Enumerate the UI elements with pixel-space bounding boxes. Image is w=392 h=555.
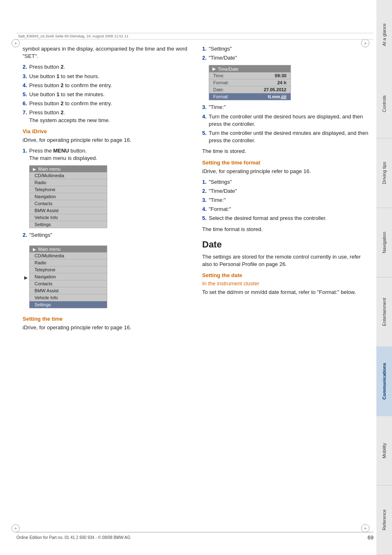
intro-paragraph: symbol appears in the display, accompani… [23, 45, 192, 60]
timedate-format2-value: tt.mm.jjjj [268, 94, 286, 99]
right-initial-steps: 1. "Settings" 2. "Time/Date" [202, 45, 371, 62]
step-3-text: Use button 1 to set the hours. [29, 73, 192, 80]
in-instrument-cluster-heading: In the instrument cluster [202, 280, 371, 287]
menu2-item-contacts: Contacts [30, 280, 107, 287]
idrive-step-1-text: Press the MENU button.The main menu is d… [29, 147, 192, 162]
idrive-step-1-list: 1. Press the MENU button.The main menu i… [23, 147, 192, 162]
menu2-icon: ▶ [33, 247, 36, 252]
right-step-3-text: "Time:" [209, 104, 371, 111]
right-step-5-num: 5. [202, 130, 209, 137]
step-7-text: Press button 2.The system accepts the ne… [29, 109, 192, 124]
menu2-screenshot: ▶ Main menu CD/Multimedia Radio Telephon… [29, 245, 107, 308]
sidebar-item-controls[interactable]: Controls [376, 69, 392, 139]
format-step-4-num: 4. [202, 206, 209, 213]
right-step-4-text: Turn the controller until the desired ho… [209, 113, 371, 128]
step-7-num: 7. [23, 109, 29, 116]
right-step-1: 1. "Settings" [202, 45, 371, 53]
left-column: symbol appears in the display, accompani… [23, 45, 194, 335]
sidebar: At a glance Controls Driving tips Naviga… [376, 0, 392, 555]
step-7: 7. Press button 2.The system accepts the… [23, 109, 192, 124]
step-6-num: 6. [23, 100, 29, 107]
timedate-screenshot: ▶ Time/Date Time: 09:30 Format: 24 h Dat… [209, 65, 291, 100]
sidebar-item-at-a-glance[interactable]: At a glance [376, 0, 392, 69]
footer: Online Edition for Part no. 01 41 2 600 … [16, 532, 374, 541]
setting-time-heading: Setting the time [23, 316, 192, 322]
format-step-1-text: "Settings" [209, 178, 371, 186]
right-step-3: 3. "Time:" [202, 104, 371, 111]
sidebar-item-entertainment[interactable]: Entertainment [376, 278, 392, 347]
steps-list-1: 2. Press button 2. 3. Use button 1 to se… [23, 63, 192, 124]
menu2-item-telephone: Telephone [30, 266, 107, 273]
step-2-text: Press button 2. [29, 63, 192, 71]
step-3: 3. Use button 1 to set the hours. [23, 73, 192, 80]
step-4-text: Press button 2 to confirm the entry. [29, 82, 192, 89]
corner-mark-bl [12, 524, 20, 532]
menu1-item-bmw: BMW Assist [30, 207, 107, 214]
timedate-container: ▶ Time/Date Time: 09:30 Format: 24 h Dat… [209, 65, 371, 100]
idrive-step-2-text: "Settings" [29, 231, 192, 239]
right-step-2-text: "Time/Date" [209, 54, 371, 62]
format-step-3: 3. "Time:" [202, 197, 371, 204]
date-text: The settings are stored for the remote c… [202, 253, 371, 268]
timedate-row-format1: Format: 24 h [209, 79, 291, 86]
via-idrive-heading: Via iDrive [23, 128, 192, 134]
format-step-5: 5. Select the desired format and press t… [202, 215, 371, 222]
via-idrive-text: iDrive, for operating principle refer to… [23, 136, 192, 144]
step-5-num: 5. [23, 91, 29, 98]
corner-mark-br [361, 524, 369, 532]
idrive-step-1: 1. Press the MENU button.The main menu i… [23, 147, 192, 162]
corner-mark-tl [12, 39, 20, 47]
timedate-format2-label: Format: [213, 94, 229, 99]
menu1-title: Main menu [38, 166, 60, 171]
step2-list: 2. "Settings" [23, 231, 192, 239]
two-column-layout: symbol appears in the display, accompani… [23, 45, 374, 335]
idrive-step-1-num: 1. [23, 147, 29, 155]
header-bar: ba8_E90M3_cic.book Seite 69 Dienstag, 19… [16, 33, 374, 39]
right-step-3-num: 3. [202, 104, 209, 111]
timedate-title: Time/Date [218, 67, 238, 72]
format-step-2-num: 2. [202, 187, 209, 195]
menu1-item-settings: Settings [30, 221, 107, 228]
setting-date-heading: Setting the date [202, 272, 371, 278]
sidebar-item-navigation[interactable]: Navigation [376, 208, 392, 278]
sidebar-item-mobility[interactable]: Mobility [376, 416, 392, 486]
right-step-2: 2. "Time/Date" [202, 54, 371, 62]
menu2-item-bmw: BMW Assist [30, 287, 107, 294]
format-step-4-text: "Format:" [209, 206, 371, 213]
menu1-screenshot: ▶ Main menu CD/Multimedia Radio Telephon… [29, 165, 107, 228]
step-6: 6. Press button 2 to confirm the entry. [23, 100, 192, 107]
menu1-item-navigation: Navigation [30, 193, 107, 200]
menu1-item-vehicle: Vehicle Info [30, 214, 107, 221]
right-step-5: 5. Turn the controller until the desired… [202, 130, 371, 144]
format-step-1-num: 1. [202, 178, 209, 186]
right-step-5-text: Turn the controller until the desired mi… [209, 130, 371, 144]
timedate-date-label: Date: [213, 87, 224, 92]
right-column: 1. "Settings" 2. "Time/Date" ▶ Time/Date… [202, 45, 374, 335]
step-5-text: Use button 1 to set the minutes. [29, 91, 192, 98]
timedate-format1-label: Format: [213, 80, 229, 85]
idrive-step-2: 2. "Settings" [23, 231, 192, 239]
timedate-row-format2-highlighted: Format: tt.mm.jjjj [209, 93, 291, 100]
idrive-step-2-num: 2. [23, 231, 29, 239]
menu1-item-contacts: Contacts [30, 200, 107, 207]
menu2-item-settings-highlighted: Settings [30, 301, 107, 308]
format-step-2-text: "Time/Date" [209, 187, 371, 195]
right-step-2-num: 2. [202, 54, 209, 62]
timedate-titlebar: ▶ Time/Date [209, 65, 291, 72]
timedate-format1-value: 24 h [277, 80, 286, 85]
menu1-titlebar: ▶ Main menu [30, 166, 107, 172]
setting-time-format-heading: Setting the time format [202, 160, 371, 166]
sidebar-item-communications[interactable]: Communications [376, 347, 392, 416]
format-step-2: 2. "Time/Date" [202, 187, 371, 195]
date-heading: Date [202, 239, 371, 250]
step-2-num: 2. [23, 63, 29, 71]
right-step-4: 4. Turn the controller until the desired… [202, 113, 371, 128]
menu1-item-radio: Radio [30, 179, 107, 186]
sidebar-item-reference[interactable]: Reference [376, 486, 392, 555]
sidebar-item-driving-tips[interactable]: Driving tips [376, 139, 392, 208]
format-step-5-text: Select the desired format and press the … [209, 215, 371, 222]
menu1-item-cd: CD/Multimedia [30, 172, 107, 179]
step-2: 2. Press button 2. [23, 63, 192, 71]
menu2-titlebar: ▶ Main menu [30, 246, 107, 252]
in-instrument-cluster-text: To set the dd/mm or mm/dd date format, r… [202, 289, 371, 296]
